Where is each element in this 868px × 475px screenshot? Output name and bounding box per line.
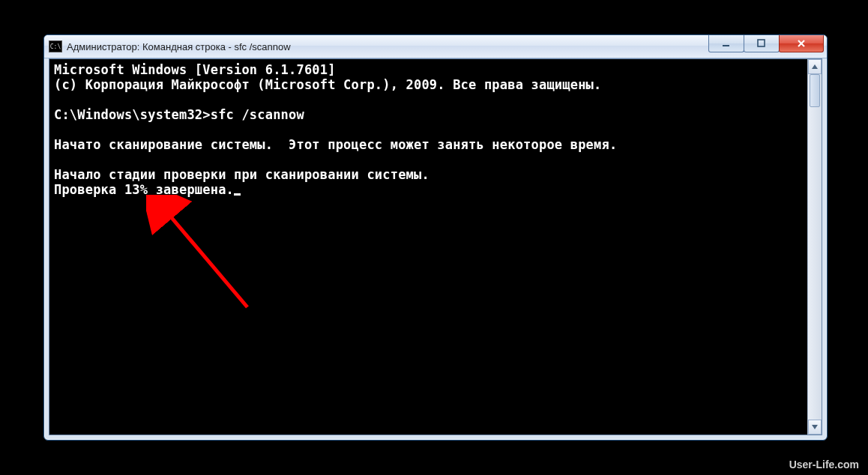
maximize-icon: [757, 39, 766, 48]
svg-marker-4: [812, 64, 818, 69]
scroll-down-button[interactable]: [808, 420, 822, 435]
console-progress-line: Проверка 13% завершена.: [54, 182, 234, 197]
scroll-track[interactable]: [808, 74, 822, 420]
chevron-down-icon: [812, 425, 818, 429]
svg-marker-5: [812, 425, 818, 429]
scroll-thumb[interactable]: [810, 74, 820, 107]
client-area: Microsoft Windows [Version 6.1.7601] (c)…: [49, 58, 822, 435]
command-prompt-window: C:\ Администратор: Командная строка - sf…: [43, 34, 828, 441]
stage: C:\ Администратор: Командная строка - sf…: [0, 0, 868, 475]
chevron-up-icon: [812, 64, 818, 69]
close-icon: [796, 38, 807, 49]
vertical-scrollbar[interactable]: [807, 59, 822, 435]
minimize-icon: [722, 39, 731, 48]
console-line: Начало стадии проверки при сканировании …: [54, 167, 430, 182]
window-title: Администратор: Командная строка - sfc /s…: [67, 41, 708, 52]
maximize-button[interactable]: [744, 35, 780, 52]
console-output[interactable]: Microsoft Windows [Version 6.1.7601] (c)…: [49, 59, 807, 435]
minimize-button[interactable]: [708, 35, 744, 52]
titlebar[interactable]: C:\ Администратор: Командная строка - sf…: [44, 35, 827, 58]
scroll-up-button[interactable]: [808, 59, 822, 74]
svg-rect-1: [758, 40, 765, 46]
window-controls: [708, 35, 824, 52]
console-line: Начато сканирование системы. Этот процес…: [54, 137, 617, 152]
console-prompt-line: C:\Windows\system32>sfc /scannow: [54, 107, 304, 122]
text-cursor: [234, 193, 241, 196]
console-line: (c) Корпорация Майкрософт (Microsoft Cor…: [54, 77, 601, 92]
watermark: User-Life.com: [789, 459, 859, 471]
console-line: Microsoft Windows [Version 6.1.7601]: [54, 62, 336, 77]
cmd-icon: C:\: [49, 40, 62, 52]
svg-rect-0: [723, 45, 729, 46]
close-button[interactable]: [779, 35, 824, 52]
